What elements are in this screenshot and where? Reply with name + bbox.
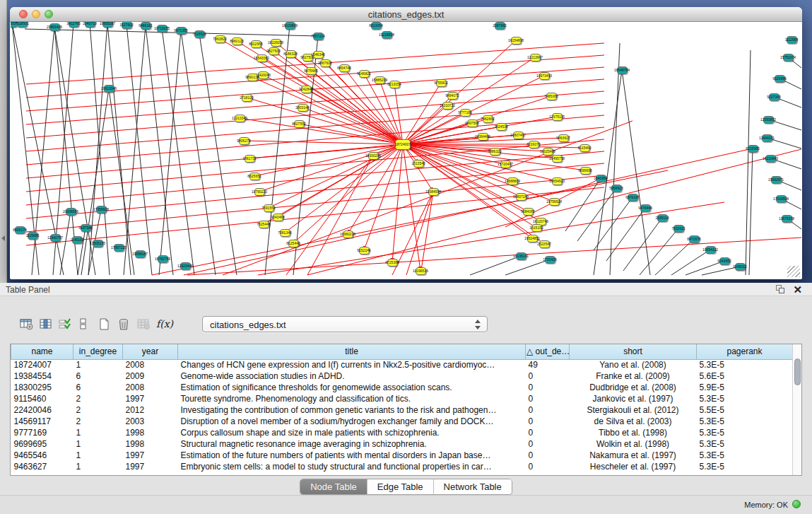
graph-node[interactable]: 2043719	[85, 22, 95, 28]
graph-node[interactable]: 8725386	[387, 259, 398, 267]
graph-node[interactable]: 11675338	[782, 215, 792, 223]
graph-node[interactable]: 12213967	[530, 54, 541, 62]
graph-node[interactable]: 1115686	[28, 232, 38, 240]
graph-node[interactable]: 9827503	[269, 47, 279, 55]
graph-node[interactable]: 15720407	[500, 160, 511, 168]
graph-node[interactable]: 1145193	[72, 236, 83, 244]
table-row[interactable]: 946554611997Estimation of the future num…	[11, 450, 793, 461]
graph-node[interactable]: 16210643	[765, 155, 776, 163]
collapse-left-arrow-icon[interactable]	[1, 235, 5, 241]
graph-node[interactable]: 8427552	[294, 120, 305, 128]
table-row[interactable]: 969969511998Structural magnetic resonanc…	[11, 438, 793, 450]
graph-node[interactable]: 1733426	[545, 256, 555, 264]
graph-node[interactable]: 10807467	[513, 132, 524, 139]
graph-node[interactable]: 17957225	[114, 244, 124, 252]
graph-node[interactable]: 15885209	[375, 76, 385, 84]
graph-node[interactable]: 1513545	[413, 160, 424, 168]
float-panel-icon[interactable]	[776, 285, 785, 294]
table-row[interactable]: 977716911998Corpus callosum shape and si…	[11, 427, 793, 438]
table-row[interactable]: 946362711997Embryonic stem cells: a mode…	[11, 461, 793, 472]
graph-node[interactable]: 2803144	[298, 104, 308, 112]
graph-node[interactable]: 10025488	[543, 148, 553, 156]
graph-node[interactable]: 18300295	[368, 152, 379, 160]
graph-node[interactable]: 9890138	[247, 74, 258, 81]
graph-node[interactable]: 8625651	[249, 173, 260, 180]
vertical-scrollbar[interactable]	[792, 344, 801, 476]
merge-rows-icon[interactable]	[75, 315, 90, 332]
tab-node-table[interactable]: Node Table	[300, 479, 367, 494]
graph-node[interactable]: 7518501	[17, 22, 28, 28]
graph-node[interactable]: 9699695	[580, 167, 591, 175]
graph-node[interactable]: 7581346	[280, 229, 290, 237]
graph-node[interactable]: 8213054	[389, 81, 400, 88]
show-columns-icon[interactable]	[38, 315, 54, 332]
tab-edge-table[interactable]: Edge Table	[367, 479, 434, 494]
tab-network-table[interactable]: Network Table	[434, 479, 512, 494]
graph-node[interactable]: 9227343	[769, 93, 779, 101]
select-all-icon[interactable]	[57, 315, 72, 332]
graph-node[interactable]: 18724007	[395, 139, 411, 150]
graph-node[interactable]: 19524851	[527, 235, 538, 243]
window-resize-grip[interactable]	[787, 266, 800, 277]
graph-node[interactable]: 19654923	[552, 177, 563, 185]
close-panel-icon[interactable]: ✕	[793, 284, 802, 296]
table-row[interactable]: 1456911722003Disruption of a novel membe…	[11, 416, 793, 427]
graph-node[interactable]: 8813054	[371, 22, 382, 30]
graph-node[interactable]: 9329966	[775, 75, 785, 83]
graph-node[interactable]: 9671355	[176, 27, 187, 35]
graph-node[interactable]: 9475685	[306, 67, 317, 75]
graph-node[interactable]: 10790220	[254, 188, 265, 196]
column-header[interactable]: short	[570, 344, 697, 359]
graph-node[interactable]: 8125449	[288, 240, 299, 247]
network-window-titlebar[interactable]: citations_edges.txt	[10, 7, 802, 22]
graph-node[interactable]: 6466161	[141, 22, 151, 30]
graph-node[interactable]: 9777169	[460, 109, 471, 117]
graph-node[interactable]: 9755812	[436, 79, 447, 87]
graph-node[interactable]: 10196516	[416, 267, 426, 275]
graph-node[interactable]: 9245012	[735, 263, 746, 271]
graph-node[interactable]: 1112954	[787, 36, 797, 44]
graph-node[interactable]: 19384554	[428, 188, 439, 196]
graph-node[interactable]: 1615152	[531, 224, 542, 232]
graph-node[interactable]: 9474444	[640, 204, 651, 212]
graph-node[interactable]: 8505174	[15, 226, 25, 234]
graph-node[interactable]: 12975115	[552, 113, 563, 121]
graph-node[interactable]: 16960218	[343, 230, 353, 238]
graph-node[interactable]: 7462662	[483, 115, 493, 123]
graph-node[interactable]: 17016504	[776, 195, 787, 203]
delete-icon[interactable]	[116, 315, 131, 332]
graph-node[interactable]: 2087682	[495, 22, 505, 30]
graph-node[interactable]: 9242848	[301, 86, 312, 93]
graph-node[interactable]: 14136141	[516, 252, 526, 260]
import-table-icon[interactable]	[136, 315, 151, 332]
graph-node[interactable]: 7691551	[264, 204, 274, 212]
graph-node[interactable]: 7625446	[259, 221, 269, 228]
graph-node[interactable]: 12444151	[762, 134, 772, 142]
new-document-icon[interactable]	[96, 315, 112, 332]
graph-node[interactable]: 8216070	[529, 141, 539, 148]
graph-node[interactable]: 6979197	[628, 194, 638, 201]
graph-node[interactable]: 2867608	[320, 59, 331, 67]
table-row[interactable]: 2242004622012Investigating the contribut…	[11, 404, 793, 416]
graph-node[interactable]: 15751074	[783, 54, 794, 62]
graph-node[interactable]: 8912955	[251, 40, 261, 48]
graph-node[interactable]: 7963822	[215, 35, 225, 43]
graph-node[interactable]: 5958923	[611, 185, 622, 192]
graph-node[interactable]: 10655287	[102, 22, 113, 28]
graph-node[interactable]: 16033809	[285, 22, 295, 30]
graph-node[interactable]: 9343468	[273, 214, 283, 221]
graph-node[interactable]: 9152246	[359, 247, 370, 255]
graph-node[interactable]: 20891406	[49, 23, 60, 31]
table-row[interactable]: 911546021997Tourette syndrome. Phenomeno…	[11, 393, 793, 404]
graph-node[interactable]: 9146821	[359, 70, 370, 78]
graph-node[interactable]: 19958187	[135, 250, 146, 258]
graph-node[interactable]: 1640954	[596, 175, 606, 182]
graph-node[interactable]: 20364486	[478, 133, 488, 141]
graph-node[interactable]: 10654112	[705, 246, 716, 254]
graph-node[interactable]: 1546346	[313, 51, 324, 59]
graph-node[interactable]: 8960123	[232, 37, 242, 45]
graph-node[interactable]: 7632621	[673, 225, 684, 233]
left-split-divider[interactable]	[0, 0, 7, 283]
network-canvas[interactable]: 1872400718300295193845548960123891295518…	[11, 22, 801, 279]
column-header[interactable]: name	[11, 344, 73, 359]
